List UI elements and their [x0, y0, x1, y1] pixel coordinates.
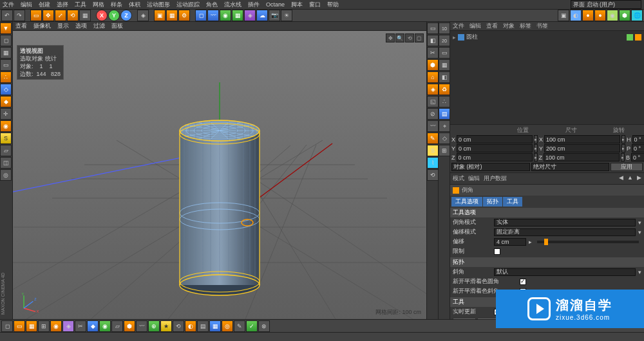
menu-create[interactable]: 创建	[39, 1, 50, 9]
palette-b10[interactable]: ◇	[439, 133, 450, 144]
coord-scale-select[interactable]: 绝对尺寸	[531, 163, 610, 171]
octane-6[interactable]: ⬢	[619, 10, 630, 21]
offset-slider[interactable]	[537, 241, 639, 243]
menu-pipeline[interactable]: 流水线	[224, 1, 242, 9]
octane-1[interactable]: ▣	[558, 10, 569, 21]
offset-mode-select[interactable]: 固定距离	[494, 228, 636, 236]
bt-14[interactable]: ⟲	[173, 320, 184, 332]
palette-a10[interactable]: ✎	[427, 133, 439, 144]
bt-4[interactable]: ◉	[50, 320, 62, 332]
vp-view[interactable]: 查看	[15, 22, 27, 30]
render-view[interactable]: ▣	[154, 10, 166, 21]
menu-plugins[interactable]: 插件	[248, 1, 260, 9]
generator-subdiv[interactable]: ◉	[220, 10, 231, 21]
vp-options[interactable]: 选项	[75, 22, 87, 30]
viewport-canvas[interactable]: 透视视图 选取对象 统计 对象: 1 1 边数: 144 828 网格间距: 1…	[13, 31, 426, 319]
menu-tracker[interactable]: 运动跟踪	[176, 1, 200, 9]
size-z[interactable]	[544, 153, 620, 161]
light[interactable]: ☀	[281, 10, 292, 21]
rotate-tool[interactable]: ⟲	[67, 10, 79, 21]
pos-x[interactable]	[457, 135, 533, 143]
bt-6[interactable]: ✂	[75, 320, 86, 332]
apply-button[interactable]: 应用	[453, 318, 476, 319]
axis-x-lock[interactable]: X	[96, 10, 108, 21]
menu-file[interactable]: 文件	[3, 1, 14, 9]
attr-edit[interactable]: 编辑	[468, 174, 480, 183]
palette-b1[interactable]: 10	[439, 23, 450, 34]
axis-y-lock[interactable]: Y	[108, 10, 120, 21]
recent-tool[interactable]: ▦	[79, 10, 91, 21]
bt-7[interactable]: ◆	[87, 320, 99, 332]
palette-b2[interactable]: 20	[439, 35, 450, 46]
mode-workplane[interactable]: ▭	[0, 59, 12, 71]
bt-9[interactable]: ▱	[111, 320, 123, 332]
vp-nav-pan-icon[interactable]: ✥	[386, 33, 395, 42]
subtab-tool[interactable]: 工具	[503, 197, 522, 207]
om-bookmark[interactable]: 书签	[536, 22, 548, 30]
generator-array[interactable]: ▦	[232, 10, 243, 21]
menu-mesh[interactable]: 网格	[93, 1, 104, 9]
viewport-solo[interactable]: ◉	[0, 120, 12, 132]
layout-dropdown[interactable]: 界面 启动 (用户)	[571, 0, 641, 9]
coord-mode-select[interactable]: 对象 (相对)	[451, 163, 530, 171]
bt-5[interactable]: ◈	[62, 320, 74, 332]
vp-display[interactable]: 显示	[57, 22, 69, 30]
phong-tag-icon[interactable]	[635, 34, 641, 41]
palette-a4[interactable]: ⬢	[427, 59, 439, 71]
bt-3[interactable]: ⊞	[38, 320, 50, 332]
coord-apply-button[interactable]: 应用	[611, 163, 643, 171]
attr-userdata[interactable]: 用户数据	[484, 174, 507, 183]
bt-2[interactable]: ▦	[26, 320, 37, 332]
mat-new[interactable]: ◻	[1, 320, 13, 332]
undo-button[interactable]: ↶	[1, 10, 13, 21]
bt-20[interactable]: ✓	[246, 320, 258, 332]
visibility-icon[interactable]	[627, 34, 633, 41]
palette-a5[interactable]: ⌂	[427, 71, 439, 83]
vp-nav-orbit-icon[interactable]: ⟲	[405, 33, 414, 42]
palette-b3[interactable]: ▭	[439, 47, 450, 59]
bt-10[interactable]: ⬢	[124, 320, 135, 332]
palette-a11[interactable]: S	[427, 145, 439, 156]
palette-a9[interactable]: 〰	[427, 120, 439, 132]
object-row-cylinder[interactable]: ▸ 圆柱	[451, 32, 643, 42]
size-x[interactable]	[544, 135, 620, 143]
move-tool[interactable]: ✥	[43, 10, 54, 21]
bt-18[interactable]: ◎	[222, 320, 233, 332]
limit-checkbox[interactable]	[494, 248, 500, 255]
octane-7[interactable]: 🌐	[631, 10, 643, 21]
make-editable[interactable]: ▼	[0, 23, 12, 34]
om-object[interactable]: 对象	[503, 22, 515, 30]
dropdown-icon[interactable]: ▾	[638, 219, 641, 226]
mode-points[interactable]: ∴	[0, 71, 12, 83]
octane-5[interactable]: ◉	[607, 10, 618, 21]
menu-character[interactable]: 角色	[206, 1, 218, 9]
palette-a2[interactable]: ◧	[427, 35, 439, 46]
palette-b4[interactable]: ▦	[439, 59, 450, 71]
render-settings[interactable]: ⚙	[178, 10, 190, 21]
octane-4[interactable]: ●	[594, 10, 606, 21]
scale-tool[interactable]: ⤢	[55, 10, 66, 21]
bt-19[interactable]: ✎	[234, 320, 245, 332]
om-tags[interactable]: 标签	[520, 22, 531, 30]
palette-a6[interactable]: ◈	[427, 84, 439, 95]
axis-z-lock[interactable]: Z	[120, 10, 132, 21]
bevel-mode-select[interactable]: 实体	[494, 219, 636, 226]
palette-a1[interactable]: ▭	[427, 23, 439, 34]
rot-p[interactable]	[632, 144, 644, 152]
menu-window[interactable]: 窗口	[309, 1, 321, 9]
vp-nav-zoom-icon[interactable]: 🔍	[395, 33, 404, 42]
attr-nav-fwd-icon[interactable]: ▶	[637, 174, 641, 183]
menu-tools[interactable]: 工具	[75, 1, 86, 9]
palette-a8[interactable]: ⊘	[427, 108, 439, 120]
offset-input[interactable]: 4 cm	[494, 238, 526, 246]
miter-select[interactable]: 默认	[494, 268, 636, 276]
menu-volume[interactable]: 体积	[129, 1, 140, 9]
select-tool[interactable]: ▭	[30, 10, 42, 21]
mode-model[interactable]: ◻	[0, 35, 12, 46]
vp-filter[interactable]: 过滤	[93, 22, 105, 30]
bt-11[interactable]: 〰	[136, 320, 147, 332]
object-manager[interactable]: ▸ 圆柱	[450, 31, 644, 125]
mode-texture[interactable]: ▦	[0, 47, 12, 59]
palette-b11[interactable]: ⊞	[439, 145, 450, 156]
menu-spline[interactable]: 样条	[111, 1, 122, 9]
